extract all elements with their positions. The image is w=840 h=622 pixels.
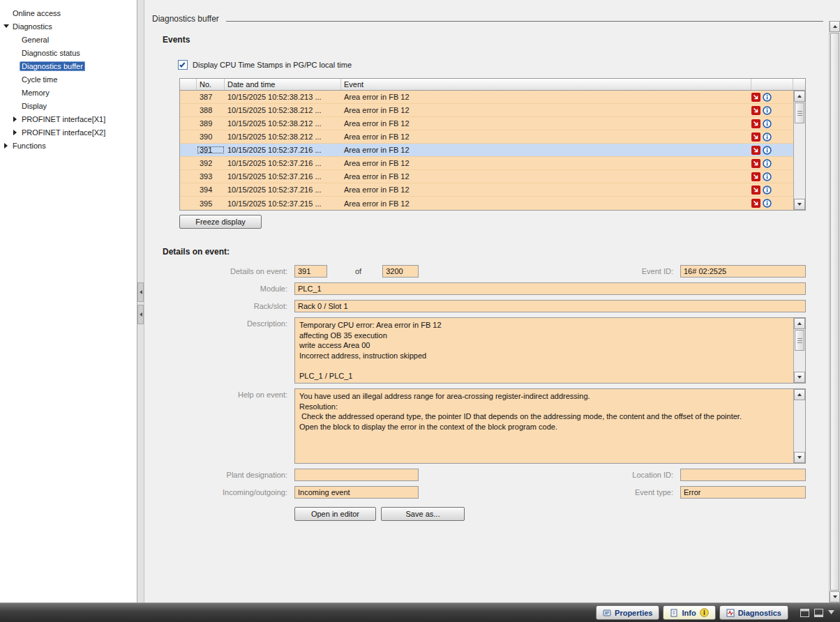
save-as-button[interactable]: Save as... <box>381 507 465 521</box>
scroll-thumb[interactable] <box>795 103 804 123</box>
open-in-editor-button[interactable]: Open in editor <box>294 507 376 521</box>
rack-slot-input[interactable] <box>294 300 806 312</box>
sidebar-item-diagnostic-status[interactable]: Diagnostic status <box>0 46 137 59</box>
header-event[interactable]: Event <box>341 79 751 90</box>
event-info-icon[interactable] <box>763 172 772 181</box>
event-info-icon[interactable] <box>763 119 772 128</box>
scroll-down-button[interactable] <box>794 372 805 383</box>
scroll-thumb[interactable] <box>795 330 804 351</box>
plant-designation-input[interactable] <box>294 469 419 481</box>
event-type-input[interactable] <box>680 486 806 499</box>
event-info-icon[interactable] <box>763 159 772 168</box>
events-table-header: No. Date and time Event <box>180 79 805 91</box>
sidebar-item-diagnostics[interactable]: Diagnostics <box>0 20 137 33</box>
scroll-track[interactable] <box>794 124 805 199</box>
page-title-row: Diagnostics buffer <box>152 14 823 24</box>
event-id-input[interactable] <box>680 265 806 278</box>
header-selector-column[interactable] <box>180 79 197 90</box>
tree-arrow-slot[interactable] <box>1 143 10 149</box>
event-number-input[interactable] <box>294 265 327 278</box>
events-scrollbar[interactable] <box>793 91 805 210</box>
navigation-tree: Online accessDiagnosticsGeneralDiagnosti… <box>0 0 137 602</box>
event-info-icon[interactable] <box>763 146 772 155</box>
tree-arrow-slot[interactable] <box>10 116 20 122</box>
event-datetime: 10/15/2025 10:52:37.216 ... <box>225 159 341 167</box>
event-row[interactable]: 39110/15/2025 10:52:37.216 ...Area error… <box>180 144 793 157</box>
sidebar-item-functions[interactable]: Functions <box>0 139 137 152</box>
event-row[interactable]: 39210/15/2025 10:52:37.216 ...Area error… <box>180 157 793 170</box>
event-row[interactable]: 39310/15/2025 10:52:37.216 ...Area error… <box>180 170 793 183</box>
event-row[interactable]: 38710/15/2025 10:52:38.213 ...Area error… <box>180 91 793 104</box>
event-row[interactable]: 39510/15/2025 10:52:37.215 ...Area error… <box>180 197 793 210</box>
scroll-track[interactable] <box>794 351 805 372</box>
collapse-sidebar-handle-2[interactable] <box>137 305 144 324</box>
module-input[interactable] <box>294 282 806 295</box>
sidebar-item-profinet-interface-x1[interactable]: PROFINET interface[X1] <box>0 112 137 126</box>
description-box[interactable]: Temporary CPU error: Area error in FB 12… <box>294 317 806 384</box>
row-selector[interactable] <box>180 197 197 210</box>
incoming-event-icon <box>751 93 760 102</box>
tree-arrow-slot[interactable] <box>1 24 10 28</box>
row-selector[interactable] <box>180 91 197 103</box>
collapse-panel-icon[interactable] <box>828 610 834 615</box>
grip-icon <box>797 111 802 116</box>
scroll-down-button[interactable] <box>794 452 805 463</box>
arrow-up-icon <box>797 393 802 396</box>
sidebar-item-general[interactable]: General <box>0 33 137 46</box>
row-selector[interactable] <box>180 157 197 169</box>
sidebar-item-online-access[interactable]: Online access <box>0 6 137 20</box>
scroll-track[interactable] <box>794 400 805 452</box>
rack-slot-label: Rack/slot: <box>144 302 294 310</box>
event-row[interactable]: 38810/15/2025 10:52:38.212 ...Area error… <box>180 104 793 117</box>
sidebar-item-profinet-interface-x2[interactable]: PROFINET interface[X2] <box>0 126 137 139</box>
local-time-checkbox[interactable] <box>178 60 188 70</box>
header-date-and-time[interactable]: Date and time <box>225 79 341 90</box>
scroll-thumb[interactable] <box>830 33 839 591</box>
header-no[interactable]: No. <box>197 79 225 90</box>
tab-label: Diagnostics <box>738 609 781 617</box>
tab-diagnostics[interactable]: Diagnostics <box>719 605 788 620</box>
help-scrollbar[interactable] <box>793 389 805 463</box>
tab-properties[interactable]: Properties <box>596 605 659 620</box>
sidebar-item-label: Display <box>20 101 49 111</box>
location-id-input[interactable] <box>680 469 806 481</box>
tab-info[interactable]: Info <box>663 605 715 620</box>
incoming-event-icon <box>751 159 760 168</box>
row-selector[interactable] <box>180 144 197 156</box>
row-selector[interactable] <box>180 117 197 130</box>
help-box[interactable]: You have used an illegal address range f… <box>294 388 806 464</box>
scroll-up-button[interactable] <box>794 318 805 329</box>
sidebar-item-label: Functions <box>10 141 48 151</box>
panel-top-icon[interactable] <box>800 609 809 617</box>
statusbar-panel-controls <box>800 609 834 617</box>
scroll-down-button[interactable] <box>830 591 840 602</box>
event-info-icon[interactable] <box>763 93 772 102</box>
event-row[interactable]: 39010/15/2025 10:52:38.212 ...Area error… <box>180 130 793 144</box>
total-events-input[interactable] <box>382 265 419 278</box>
sidebar-item-cycle-time[interactable]: Cycle time <box>0 73 137 86</box>
tree-arrow-slot[interactable] <box>10 130 20 135</box>
panel-bottom-icon[interactable] <box>814 609 823 617</box>
row-selector[interactable] <box>180 183 197 196</box>
event-info-icon[interactable] <box>763 106 772 115</box>
freeze-display-button[interactable]: Freeze display <box>179 215 262 229</box>
event-info-icon[interactable] <box>763 132 772 142</box>
sidebar-item-memory[interactable]: Memory <box>0 86 137 99</box>
event-info-icon[interactable] <box>763 199 772 208</box>
scroll-down-button[interactable] <box>794 199 805 210</box>
description-scrollbar[interactable] <box>793 318 805 383</box>
row-selector[interactable] <box>180 104 197 116</box>
event-row[interactable]: 38910/15/2025 10:52:38.212 ...Area error… <box>180 117 793 130</box>
incoming-outgoing-input[interactable] <box>294 486 419 499</box>
scroll-up-button[interactable] <box>794 389 805 400</box>
row-selector[interactable] <box>180 130 197 143</box>
scroll-up-button[interactable] <box>830 21 840 32</box>
event-info-icon[interactable] <box>763 185 772 195</box>
sidebar-item-display[interactable]: Display <box>0 99 137 112</box>
pane-scrollbar[interactable] <box>829 21 840 602</box>
scroll-up-button[interactable] <box>794 91 805 102</box>
event-row[interactable]: 39410/15/2025 10:52:37.216 ...Area error… <box>180 183 793 197</box>
sidebar-item-diagnostics-buffer[interactable]: Diagnostics buffer <box>0 59 137 73</box>
collapse-sidebar-handle[interactable] <box>137 282 144 302</box>
row-selector[interactable] <box>180 170 197 183</box>
